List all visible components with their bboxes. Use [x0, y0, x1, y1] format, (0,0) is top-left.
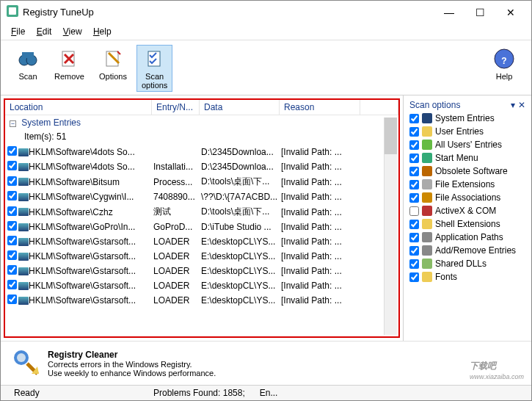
svg-rect-7: [148, 51, 160, 66]
scan-options-button[interactable]: Scan options: [136, 45, 172, 92]
option-checkbox[interactable]: [409, 220, 419, 229]
table-row[interactable]: HKLM\Software\Gstarsoft... LOADER E:\des…: [5, 264, 398, 278]
row-checkbox[interactable]: [5, 295, 18, 306]
collapse-icon[interactable]: −: [10, 120, 16, 127]
col-location[interactable]: Location: [5, 100, 152, 115]
option-checkbox[interactable]: [409, 180, 419, 189]
scroll-thumb[interactable]: [385, 118, 397, 154]
table-row[interactable]: HKLM\Software\Gstarsoft... LOADER E:\des…: [5, 278, 398, 293]
row-checkbox[interactable]: [5, 161, 18, 173]
cell-entry: LOADER: [153, 295, 201, 306]
monitor-icon: [18, 253, 29, 261]
maximize-button[interactable]: ☐: [471, 7, 489, 18]
table-row[interactable]: HKLM\Software\Cygwin\I... 7408890... \??…: [5, 189, 398, 204]
remove-button[interactable]: Remove: [49, 45, 90, 92]
close-button[interactable]: ✕: [502, 7, 520, 18]
table-row[interactable]: HKLM\Software\Gstarsoft... LOADER E:\des…: [5, 293, 398, 308]
minimize-button[interactable]: —: [440, 7, 458, 18]
row-checkbox[interactable]: [5, 280, 18, 292]
row-checkbox[interactable]: [5, 191, 18, 203]
status-problems: Problems Found: 1858;: [146, 388, 252, 398]
titlebar: Registry TuneUp — ☐ ✕: [1, 1, 531, 24]
monitor-icon: [18, 178, 29, 186]
vertical-scrollbar[interactable]: [384, 118, 397, 335]
scan-option-item[interactable]: Fonts: [407, 270, 528, 283]
col-reason[interactable]: Reason: [280, 100, 360, 115]
scan-option-item[interactable]: Obsolete Software: [407, 165, 528, 178]
scan-option-item[interactable]: Shell Extensions: [407, 217, 528, 231]
options-button[interactable]: Options: [94, 45, 132, 92]
option-checkbox[interactable]: [409, 193, 419, 203]
option-label: Fonts: [435, 272, 457, 282]
cell-location: HKLM\Software\4dots So...: [29, 162, 153, 172]
footer-info: Registry Cleaner Corrects errors in the …: [1, 341, 531, 385]
options-icon: [101, 47, 125, 71]
scan-option-item[interactable]: System Entries: [407, 112, 528, 125]
table-row[interactable]: HKLM\Software\GoPro\In... GoProD... D:\i…: [5, 220, 398, 234]
cell-entry: 测试: [153, 206, 201, 218]
help-button[interactable]: ? Help: [487, 45, 521, 92]
scan-option-item[interactable]: All Users' Entries: [407, 138, 528, 151]
close-panel-icon[interactable]: ✕: [518, 100, 525, 110]
scan-button[interactable]: Scan: [11, 45, 45, 92]
footer-line1: Corrects errors in the Windows Registry.: [48, 360, 216, 369]
col-data[interactable]: Data: [200, 100, 280, 115]
table-row[interactable]: HKLM\Software\Gstarsoft... LOADER E:\des…: [5, 234, 398, 249]
scan-option-item[interactable]: Application Paths: [407, 231, 528, 244]
option-checkbox[interactable]: [409, 140, 419, 150]
option-checkbox[interactable]: [409, 246, 419, 256]
group-system-entries[interactable]: − System Entries: [5, 115, 398, 130]
row-checkbox[interactable]: [5, 221, 18, 233]
menu-edit[interactable]: Edit: [37, 26, 52, 37]
option-checkbox[interactable]: [409, 127, 419, 137]
row-checkbox[interactable]: [5, 265, 18, 277]
option-checkbox[interactable]: [409, 272, 419, 282]
scan-option-item[interactable]: User Entries: [407, 125, 528, 138]
monitor-icon: [18, 163, 29, 171]
table-row[interactable]: HKLM\Software\Bitsum Process... D:\tools…: [5, 174, 398, 189]
main-area: Location Entry/N... Data Reason − System…: [1, 95, 531, 341]
row-checkbox[interactable]: [5, 176, 18, 188]
table-row[interactable]: HKLM\Software\Czhz 测试 D:\tools\桌面\下... […: [5, 204, 398, 220]
scan-option-item[interactable]: Add/Remove Entries: [407, 244, 528, 257]
row-checkbox[interactable]: [5, 206, 18, 218]
table-row[interactable]: HKLM\Software\4dots So... D:\2345Downloa…: [5, 145, 398, 159]
pin-icon[interactable]: ▾: [511, 100, 515, 110]
menu-file[interactable]: File: [11, 26, 25, 37]
option-checkbox[interactable]: [409, 153, 419, 163]
scan-option-item[interactable]: File Extensions: [407, 178, 528, 191]
item-count: Item(s): 51: [5, 130, 398, 145]
row-checkbox[interactable]: [5, 146, 18, 158]
option-icon: [422, 192, 432, 203]
cell-data: D:\iTube Studio ...: [201, 222, 281, 232]
option-icon: [422, 232, 432, 242]
scan-option-item[interactable]: File Associations: [407, 191, 528, 204]
option-checkbox[interactable]: [409, 233, 419, 242]
option-checkbox[interactable]: [409, 167, 419, 176]
col-entry[interactable]: Entry/N...: [152, 100, 200, 115]
scan-option-item[interactable]: ActiveX & COM: [407, 204, 528, 217]
monitor-icon: [18, 208, 29, 216]
cell-location: HKLM\Software\GoPro\In...: [29, 222, 153, 232]
cell-location: HKLM\Software\Gstarsoft...: [29, 251, 153, 261]
scan-option-item[interactable]: Start Menu: [407, 151, 528, 165]
cell-reason: [Invalid Path: ...: [281, 177, 362, 187]
option-checkbox[interactable]: [409, 206, 419, 216]
results-panel: Location Entry/N... Data Reason − System…: [4, 98, 400, 338]
results-rows: − System Entries Item(s): 51 HKLM\Softwa…: [5, 115, 398, 336]
option-checkbox[interactable]: [409, 114, 419, 123]
scan-option-item[interactable]: Shared DLLs: [407, 257, 528, 270]
menu-view[interactable]: View: [63, 26, 82, 37]
table-row[interactable]: HKLM\Software\Gstarsoft... LOADER E:\des…: [5, 249, 398, 264]
option-label: Start Menu: [435, 153, 478, 163]
scan-options-icon: [143, 47, 167, 71]
monitor-icon: [18, 148, 29, 156]
table-row[interactable]: HKLM\Software\4dots So... Installati... …: [5, 159, 398, 174]
option-label: Shared DLLs: [435, 259, 487, 269]
option-checkbox[interactable]: [409, 259, 419, 269]
remove-icon: [57, 47, 81, 71]
menu-help[interactable]: Help: [93, 26, 112, 37]
option-icon: [422, 219, 432, 229]
row-checkbox[interactable]: [5, 236, 18, 248]
row-checkbox[interactable]: [5, 250, 18, 262]
